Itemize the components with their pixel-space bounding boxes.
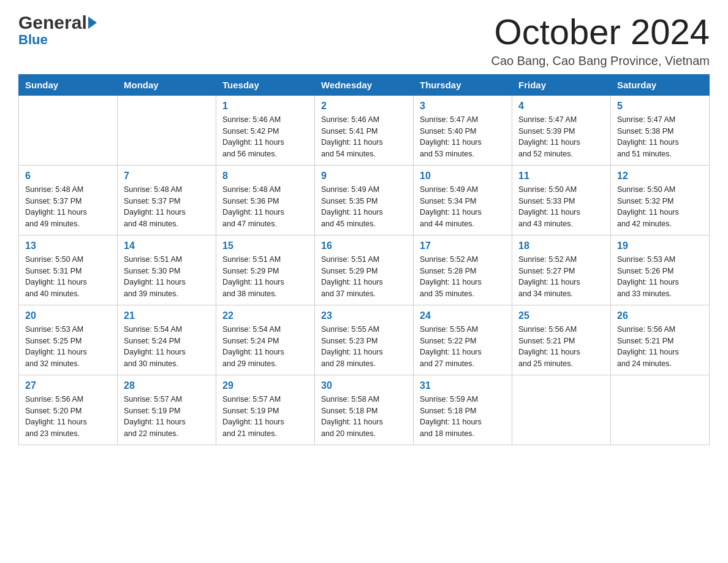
calendar-cell: 13Sunrise: 5:50 AM Sunset: 5:31 PM Dayli… (19, 235, 118, 305)
calendar-cell: 29Sunrise: 5:57 AM Sunset: 5:19 PM Dayli… (216, 375, 315, 445)
day-info: Sunrise: 5:53 AM Sunset: 5:26 PM Dayligh… (617, 254, 703, 300)
day-info: Sunrise: 5:50 AM Sunset: 5:32 PM Dayligh… (617, 184, 703, 230)
calendar-cell: 2Sunrise: 5:46 AM Sunset: 5:41 PM Daylig… (315, 95, 414, 165)
day-number: 31 (420, 380, 506, 391)
calendar-cell: 20Sunrise: 5:53 AM Sunset: 5:25 PM Dayli… (19, 305, 118, 375)
day-number: 27 (25, 380, 111, 391)
location: Cao Bang, Cao Bang Province, Vietnam (491, 54, 710, 68)
calendar-cell: 21Sunrise: 5:54 AM Sunset: 5:24 PM Dayli… (118, 305, 216, 375)
day-number: 17 (420, 240, 506, 251)
calendar-table: SundayMondayTuesdayWednesdayThursdayFrid… (18, 74, 710, 445)
day-number: 15 (222, 240, 308, 251)
day-info: Sunrise: 5:53 AM Sunset: 5:25 PM Dayligh… (25, 324, 111, 370)
day-number: 20 (25, 310, 111, 321)
day-number: 24 (420, 310, 506, 321)
calendar-cell: 30Sunrise: 5:58 AM Sunset: 5:18 PM Dayli… (315, 375, 414, 445)
day-info: Sunrise: 5:57 AM Sunset: 5:19 PM Dayligh… (124, 394, 210, 440)
day-info: Sunrise: 5:50 AM Sunset: 5:31 PM Dayligh… (25, 254, 111, 300)
day-info: Sunrise: 5:56 AM Sunset: 5:21 PM Dayligh… (518, 324, 604, 370)
day-info: Sunrise: 5:57 AM Sunset: 5:19 PM Dayligh… (222, 394, 308, 440)
day-info: Sunrise: 5:51 AM Sunset: 5:29 PM Dayligh… (222, 254, 308, 300)
day-number: 18 (518, 240, 604, 251)
calendar-week-row: 20Sunrise: 5:53 AM Sunset: 5:25 PM Dayli… (19, 305, 710, 375)
day-info: Sunrise: 5:52 AM Sunset: 5:28 PM Dayligh… (420, 254, 506, 300)
calendar-cell (19, 95, 118, 165)
day-info: Sunrise: 5:52 AM Sunset: 5:27 PM Dayligh… (518, 254, 604, 300)
day-info: Sunrise: 5:55 AM Sunset: 5:22 PM Dayligh… (420, 324, 506, 370)
calendar-cell (611, 375, 710, 445)
day-number: 3 (420, 101, 506, 112)
day-info: Sunrise: 5:47 AM Sunset: 5:39 PM Dayligh… (518, 114, 604, 160)
day-info: Sunrise: 5:59 AM Sunset: 5:18 PM Dayligh… (420, 394, 506, 440)
day-number: 1 (222, 101, 308, 112)
day-number: 29 (222, 380, 308, 391)
day-number: 12 (617, 170, 703, 182)
calendar-cell: 4Sunrise: 5:47 AM Sunset: 5:39 PM Daylig… (512, 95, 611, 165)
day-number: 10 (420, 170, 506, 182)
logo-blue-text: Blue (18, 32, 48, 48)
day-number: 9 (321, 170, 407, 182)
calendar-header-monday: Monday (118, 74, 216, 95)
day-number: 11 (518, 170, 604, 182)
calendar-header-friday: Friday (512, 74, 611, 95)
calendar-cell: 5Sunrise: 5:47 AM Sunset: 5:38 PM Daylig… (611, 95, 710, 165)
calendar-header-row: SundayMondayTuesdayWednesdayThursdayFrid… (19, 74, 710, 95)
day-info: Sunrise: 5:49 AM Sunset: 5:35 PM Dayligh… (321, 184, 407, 230)
day-number: 22 (222, 310, 308, 321)
day-info: Sunrise: 5:46 AM Sunset: 5:41 PM Dayligh… (321, 114, 407, 160)
day-info: Sunrise: 5:56 AM Sunset: 5:20 PM Dayligh… (25, 394, 111, 440)
calendar-cell (512, 375, 611, 445)
day-number: 2 (321, 101, 407, 112)
calendar-header-thursday: Thursday (414, 74, 512, 95)
day-info: Sunrise: 5:47 AM Sunset: 5:38 PM Dayligh… (617, 114, 703, 160)
day-number: 25 (518, 310, 604, 321)
logo-triangle-icon (88, 17, 97, 29)
day-info: Sunrise: 5:48 AM Sunset: 5:37 PM Dayligh… (124, 184, 210, 230)
calendar-cell: 12Sunrise: 5:50 AM Sunset: 5:32 PM Dayli… (611, 165, 710, 235)
day-number: 8 (222, 170, 308, 182)
day-info: Sunrise: 5:55 AM Sunset: 5:23 PM Dayligh… (321, 324, 407, 370)
calendar-cell: 16Sunrise: 5:51 AM Sunset: 5:29 PM Dayli… (315, 235, 414, 305)
day-info: Sunrise: 5:46 AM Sunset: 5:42 PM Dayligh… (222, 114, 308, 160)
calendar-cell: 22Sunrise: 5:54 AM Sunset: 5:24 PM Dayli… (216, 305, 315, 375)
logo-general-text: General (18, 12, 87, 33)
day-number: 16 (321, 240, 407, 251)
day-number: 13 (25, 240, 111, 251)
day-info: Sunrise: 5:48 AM Sunset: 5:37 PM Dayligh… (25, 184, 111, 230)
calendar-cell: 15Sunrise: 5:51 AM Sunset: 5:29 PM Dayli… (216, 235, 315, 305)
day-number: 21 (124, 310, 210, 321)
day-number: 19 (617, 240, 703, 251)
day-info: Sunrise: 5:49 AM Sunset: 5:34 PM Dayligh… (420, 184, 506, 230)
calendar-cell: 19Sunrise: 5:53 AM Sunset: 5:26 PM Dayli… (611, 235, 710, 305)
day-info: Sunrise: 5:56 AM Sunset: 5:21 PM Dayligh… (617, 324, 703, 370)
month-title: October 2024 (491, 12, 710, 52)
day-number: 4 (518, 101, 604, 112)
calendar-cell: 17Sunrise: 5:52 AM Sunset: 5:28 PM Dayli… (414, 235, 512, 305)
calendar-header-sunday: Sunday (19, 74, 118, 95)
page-header: General Blue October 2024 Cao Bang, Cao … (18, 12, 710, 68)
calendar-cell: 18Sunrise: 5:52 AM Sunset: 5:27 PM Dayli… (512, 235, 611, 305)
calendar-header-saturday: Saturday (611, 74, 710, 95)
calendar-cell: 27Sunrise: 5:56 AM Sunset: 5:20 PM Dayli… (19, 375, 118, 445)
calendar-cell: 26Sunrise: 5:56 AM Sunset: 5:21 PM Dayli… (611, 305, 710, 375)
day-info: Sunrise: 5:48 AM Sunset: 5:36 PM Dayligh… (222, 184, 308, 230)
calendar-cell: 28Sunrise: 5:57 AM Sunset: 5:19 PM Dayli… (118, 375, 216, 445)
day-number: 14 (124, 240, 210, 251)
day-number: 26 (617, 310, 703, 321)
logo: General Blue (18, 12, 97, 48)
calendar-week-row: 27Sunrise: 5:56 AM Sunset: 5:20 PM Dayli… (19, 375, 710, 445)
calendar-week-row: 13Sunrise: 5:50 AM Sunset: 5:31 PM Dayli… (19, 235, 710, 305)
day-number: 7 (124, 170, 210, 182)
title-block: October 2024 Cao Bang, Cao Bang Province… (491, 12, 710, 68)
calendar-header-tuesday: Tuesday (216, 74, 315, 95)
calendar-cell: 25Sunrise: 5:56 AM Sunset: 5:21 PM Dayli… (512, 305, 611, 375)
day-number: 5 (617, 101, 703, 112)
day-info: Sunrise: 5:51 AM Sunset: 5:30 PM Dayligh… (124, 254, 210, 300)
calendar-cell: 7Sunrise: 5:48 AM Sunset: 5:37 PM Daylig… (118, 165, 216, 235)
day-number: 30 (321, 380, 407, 391)
calendar-header-wednesday: Wednesday (315, 74, 414, 95)
calendar-cell: 1Sunrise: 5:46 AM Sunset: 5:42 PM Daylig… (216, 95, 315, 165)
calendar-cell: 23Sunrise: 5:55 AM Sunset: 5:23 PM Dayli… (315, 305, 414, 375)
calendar-cell: 24Sunrise: 5:55 AM Sunset: 5:22 PM Dayli… (414, 305, 512, 375)
day-number: 23 (321, 310, 407, 321)
